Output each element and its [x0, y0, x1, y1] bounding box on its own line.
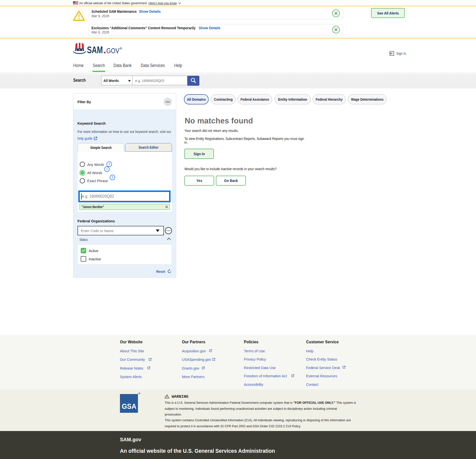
svg-text:SAM: SAM [87, 45, 103, 55]
svg-text:R: R [120, 47, 122, 50]
svg-text:R: R [139, 393, 140, 394]
svg-text:GOV: GOV [106, 47, 120, 55]
